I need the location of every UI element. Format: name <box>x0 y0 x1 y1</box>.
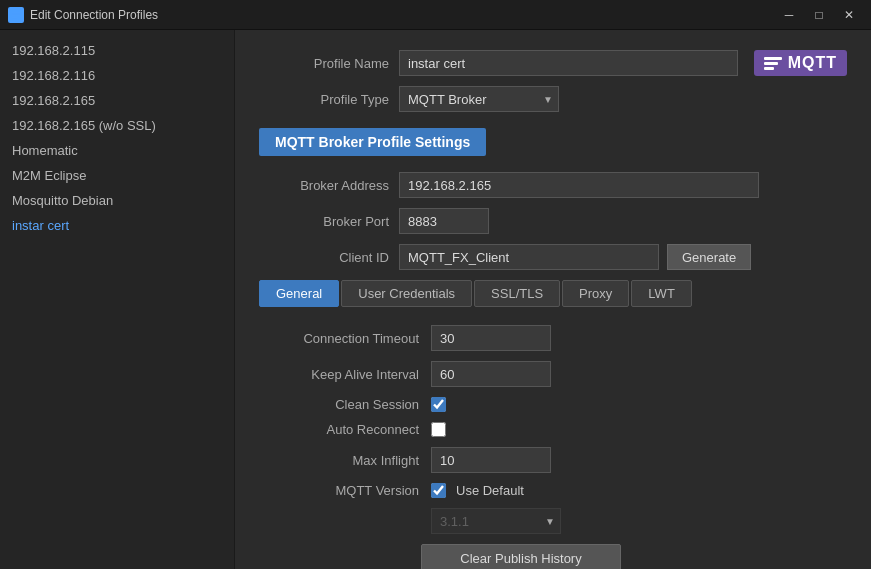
main-layout: 192.168.2.115 192.168.2.116 192.168.2.16… <box>0 30 871 569</box>
profile-type-row: Profile Type MQTT Broker MQTT Client ▼ <box>259 86 847 112</box>
max-inflight-input[interactable] <box>431 447 551 473</box>
auto-reconnect-checkbox[interactable] <box>431 422 446 437</box>
tab-proxy[interactable]: Proxy <box>562 280 629 307</box>
profile-name-input[interactable] <box>399 50 738 76</box>
broker-address-input[interactable] <box>399 172 759 198</box>
connection-timeout-input[interactable] <box>431 325 551 351</box>
generate-button[interactable]: Generate <box>667 244 751 270</box>
max-inflight-row: Max Inflight <box>269 447 847 473</box>
action-buttons: Clear Publish History Clear Subscription… <box>421 544 847 569</box>
clear-publish-button[interactable]: Clear Publish History <box>421 544 621 569</box>
profile-name-label: Profile Name <box>259 56 389 71</box>
connection-timeout-label: Connection Timeout <box>269 331 419 346</box>
mqtt-logo-lines <box>764 57 782 70</box>
mqtt-line-1 <box>764 57 782 60</box>
broker-address-row: Broker Address <box>259 172 847 198</box>
auto-reconnect-row: Auto Reconnect <box>269 422 847 437</box>
mqtt-line-3 <box>764 67 774 70</box>
close-button[interactable]: ✕ <box>835 5 863 25</box>
client-id-input[interactable] <box>399 244 659 270</box>
keep-alive-row: Keep Alive Interval <box>269 361 847 387</box>
version-dropdown-row: 3.1.1 ▼ <box>269 508 847 534</box>
titlebar-controls: ─ □ ✕ <box>775 5 863 25</box>
profile-type-select-wrapper: MQTT Broker MQTT Client ▼ <box>399 86 559 112</box>
tab-bar: General User Credentials SSL/TLS Proxy L… <box>259 280 847 307</box>
tab-user-credentials[interactable]: User Credentials <box>341 280 472 307</box>
connection-timeout-row: Connection Timeout <box>269 325 847 351</box>
max-inflight-label: Max Inflight <box>269 453 419 468</box>
tab-lwt[interactable]: LWT <box>631 280 691 307</box>
mqtt-logo-box: MQTT <box>754 50 847 76</box>
app-icon <box>8 7 24 23</box>
section-header: MQTT Broker Profile Settings <box>259 128 486 156</box>
sidebar-item-mosquitto[interactable]: Mosquitto Debian <box>0 188 234 213</box>
auto-reconnect-label: Auto Reconnect <box>269 422 419 437</box>
sidebar-item-4[interactable]: 192.168.2.165 (w/o SSL) <box>0 113 234 138</box>
clean-session-checkbox-wrap <box>431 397 446 412</box>
tab-general[interactable]: General <box>259 280 339 307</box>
minimize-button[interactable]: ─ <box>775 5 803 25</box>
broker-port-label: Broker Port <box>259 214 389 229</box>
sidebar-item-2[interactable]: 192.168.2.116 <box>0 63 234 88</box>
tab-ssl-tls[interactable]: SSL/TLS <box>474 280 560 307</box>
svg-rect-1 <box>12 12 20 14</box>
settings-area: Connection Timeout Keep Alive Interval C… <box>259 325 847 534</box>
clean-session-checkbox[interactable] <box>431 397 446 412</box>
titlebar: Edit Connection Profiles ─ □ ✕ <box>0 0 871 30</box>
profile-type-label: Profile Type <box>259 92 389 107</box>
auto-reconnect-checkbox-wrap <box>431 422 446 437</box>
profile-name-row: Profile Name MQTT <box>259 50 847 76</box>
keep-alive-input[interactable] <box>431 361 551 387</box>
broker-port-row: Broker Port <box>259 208 847 234</box>
clean-session-row: Clean Session <box>269 397 847 412</box>
client-id-label: Client ID <box>259 250 389 265</box>
mqtt-logo: MQTT <box>754 50 847 76</box>
sidebar-item-1[interactable]: 192.168.2.115 <box>0 38 234 63</box>
sidebar-item-3[interactable]: 192.168.2.165 <box>0 88 234 113</box>
svg-rect-2 <box>12 14 20 16</box>
mqtt-line-2 <box>764 62 778 65</box>
version-select[interactable]: 3.1.1 <box>431 508 561 534</box>
broker-port-input[interactable] <box>399 208 489 234</box>
sidebar-item-homematic[interactable]: Homematic <box>0 138 234 163</box>
mqtt-version-label: MQTT Version <box>269 483 419 498</box>
mqtt-version-controls: Use Default <box>431 483 524 498</box>
client-id-row: Client ID Generate <box>259 244 847 270</box>
sidebar: 192.168.2.115 192.168.2.116 192.168.2.16… <box>0 30 235 569</box>
svg-rect-3 <box>12 17 17 19</box>
version-select-wrapper: 3.1.1 ▼ <box>431 508 561 534</box>
maximize-button[interactable]: □ <box>805 5 833 25</box>
sidebar-item-m2m[interactable]: M2M Eclipse <box>0 163 234 188</box>
mqtt-logo-text: MQTT <box>788 54 837 72</box>
profile-type-select[interactable]: MQTT Broker MQTT Client <box>399 86 559 112</box>
titlebar-title: Edit Connection Profiles <box>30 8 775 22</box>
keep-alive-label: Keep Alive Interval <box>269 367 419 382</box>
sidebar-item-instar[interactable]: instar cert <box>0 213 234 238</box>
use-default-label: Use Default <box>456 483 524 498</box>
broker-address-label: Broker Address <box>259 178 389 193</box>
use-default-checkbox[interactable] <box>431 483 446 498</box>
mqtt-version-row: MQTT Version Use Default <box>269 483 847 498</box>
content-area: Profile Name MQTT Profile Type MQTT <box>235 30 871 569</box>
clean-session-label: Clean Session <box>269 397 419 412</box>
